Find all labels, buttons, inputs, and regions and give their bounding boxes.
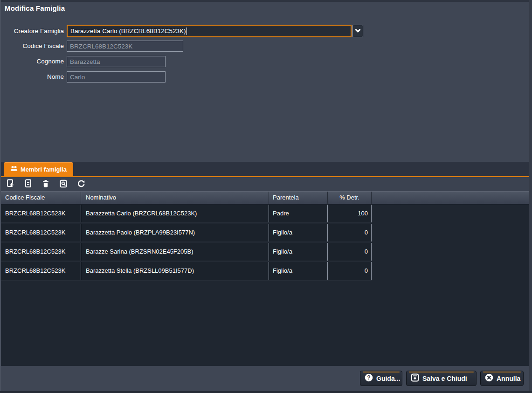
form-row-codice-fiscale: Codice Fiscale BRZCRL68B12C523K [0, 41, 183, 52]
members-table: Codice Fiscale Nominativo Parentela % De… [0, 191, 529, 366]
cell-nominativo: Barazze Sarina (BRZSRN02E45F205B) [81, 243, 269, 261]
add-record-icon [6, 179, 15, 189]
cell-parentela: Figlio/a [269, 262, 328, 280]
cell-detrazione: 0 [328, 262, 372, 280]
nome-value: Carlo [70, 74, 85, 81]
form-row-cognome: Cognome Barazzetta [0, 56, 166, 67]
window-bottom-edge [0, 391, 532, 393]
guida-button[interactable]: ? Guida... [360, 371, 402, 386]
help-icon: ? [365, 373, 373, 383]
creatore-famiglia-value: Barazzetta Carlo (BRZCRL68B12C523K) [70, 28, 186, 34]
cell-detrazione: 0 [328, 243, 372, 261]
text-caret [187, 28, 187, 35]
svg-text:?: ? [367, 374, 370, 381]
members-tab-strip: Membri famiglia [0, 162, 529, 176]
cell-codice-fiscale: BRZCRL68B12C523K [0, 205, 81, 222]
nome-field: Carlo [67, 71, 166, 83]
refresh-button[interactable] [76, 179, 87, 190]
creatore-famiglia-dropdown-button[interactable] [352, 25, 363, 37]
table-body: BRZCRL68B12C523K Barazzetta Carlo (BRZCR… [0, 204, 529, 280]
annulla-button-label: Annulla [497, 375, 520, 382]
cell-parentela: Padre [269, 205, 328, 222]
cell-detrazione: 0 [328, 224, 372, 241]
view-member-button[interactable] [58, 179, 69, 190]
tab-membri-famiglia[interactable]: Membri famiglia [4, 162, 73, 176]
cell-codice-fiscale: BRZCRL68B12C523K [0, 224, 81, 241]
table-row[interactable]: BRZCRL68B12C523K Barazzetta Paolo (BRZPL… [0, 224, 372, 241]
table-row[interactable]: BRZCRL68B12C523K Barazze Sarina (BRZSRN0… [0, 243, 372, 261]
cell-detrazione: 100 [328, 205, 372, 222]
column-header-nominativo[interactable]: Nominativo [81, 192, 269, 204]
table-header: Codice Fiscale Nominativo Parentela % De… [0, 191, 529, 204]
annulla-button[interactable]: Annulla [480, 371, 524, 386]
chevron-down-icon [355, 28, 361, 34]
tab-membri-famiglia-label: Membri famiglia [21, 166, 67, 173]
cell-nominativo: Barazzetta Paolo (BRZPLA99B23I577N) [81, 224, 269, 241]
cell-codice-fiscale: BRZCRL68B12C523K [0, 243, 81, 261]
members-toolbar [0, 177, 529, 191]
codice-fiscale-field: BRZCRL68B12C523K [67, 41, 183, 52]
window-left-edge [0, 0, 1, 393]
form-row-nome: Nome Carlo [0, 71, 166, 83]
nome-label: Nome [0, 71, 67, 83]
cognome-field: Barazzetta [67, 56, 166, 67]
edit-record-icon [24, 179, 33, 189]
codice-fiscale-value: BRZCRL68B12C523K [70, 43, 132, 50]
delete-member-button[interactable] [40, 179, 51, 190]
modifica-famiglia-dialog: Modifica Famiglia Creatore Famiglia Bara… [0, 0, 532, 393]
table-row[interactable]: BRZCRL68B12C523K Barazzetta Carlo (BRZCR… [0, 205, 372, 222]
dialog-title: Modifica Famiglia [5, 4, 65, 12]
people-icon [10, 165, 18, 173]
column-header-codice-fiscale[interactable]: Codice Fiscale [0, 192, 81, 204]
cognome-value: Barazzetta [70, 58, 100, 65]
window-top-edge [0, 0, 532, 2]
table-row[interactable]: BRZCRL68B12C523K Barazzetta Stella (BRZS… [0, 262, 372, 280]
window-right-edge [529, 0, 532, 393]
cell-nominativo: Barazzetta Stella (BRZSLL09B51I577D) [81, 262, 269, 280]
salva-e-chiudi-button-label: Salva e Chiudi [422, 375, 467, 382]
codice-fiscale-label: Codice Fiscale [0, 41, 67, 52]
add-member-button[interactable] [5, 179, 16, 190]
column-header-detrazione[interactable]: % Detr. [328, 192, 372, 204]
cell-parentela: Figlio/a [269, 243, 328, 261]
edit-member-button[interactable] [22, 179, 34, 190]
form-row-creatore: Creatore Famiglia Barazzetta Carlo (BRZC… [0, 25, 363, 37]
save-icon [411, 373, 419, 383]
refresh-icon [77, 179, 85, 189]
salva-e-chiudi-button[interactable]: Salva e Chiudi [406, 371, 477, 386]
view-record-icon [59, 179, 68, 189]
creatore-famiglia-combobox[interactable]: Barazzetta Carlo (BRZCRL68B12C523K) [67, 25, 352, 37]
cell-codice-fiscale: BRZCRL68B12C523K [0, 262, 81, 280]
column-header-parentela[interactable]: Parentela [269, 192, 328, 204]
cell-nominativo: Barazzetta Carlo (BRZCRL68B12C523K) [81, 205, 269, 222]
delete-record-icon [41, 179, 50, 189]
guida-button-label: Guida... [376, 375, 400, 382]
creatore-famiglia-label: Creatore Famiglia [0, 25, 67, 37]
cancel-icon [485, 373, 493, 383]
cell-parentela: Figlio/a [269, 224, 328, 241]
cognome-label: Cognome [0, 56, 67, 67]
